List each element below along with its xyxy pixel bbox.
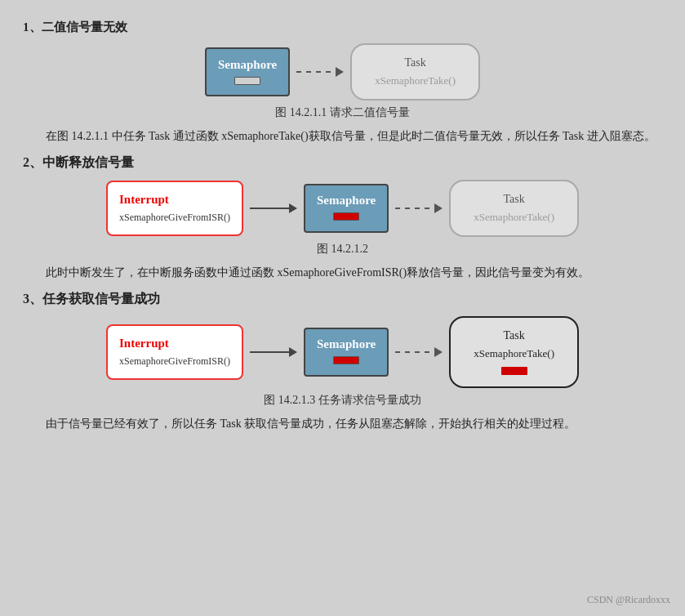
solid-line-3 — [250, 351, 289, 353]
desc-3: 由于信号量已经有效了，所以任务 Task 获取信号量成功，任务从阻塞态解除，开始… — [23, 414, 662, 434]
arrow-head-2 — [289, 203, 297, 213]
section-3: 3、任务获取信号量成功 Interrupt xSemaphoreGiveFrom… — [23, 291, 662, 434]
semaphore-label-2: Semaphore — [317, 194, 376, 208]
task-fn-3: xSemaphoreTake() — [474, 347, 554, 360]
fig-caption-3: 图 14.2.1.3 任务请求信号量成功 — [23, 393, 662, 408]
arrow-dashed-2 — [395, 203, 443, 213]
arrow-head-3 — [289, 347, 297, 357]
semaphore-box-2: Semaphore — [304, 184, 389, 233]
diagram-2: Interrupt xSemaphoreGiveFromISR() Semaph… — [23, 180, 662, 237]
diagram-3: Interrupt xSemaphoreGiveFromISR() Semaph… — [23, 316, 662, 388]
task-title-1: Task — [404, 56, 425, 69]
task-box-2: Task xSemaphoreTake() — [449, 180, 579, 237]
semaphore-indicator-1 — [234, 77, 260, 85]
watermark: CSDN @Ricardoxxx — [587, 594, 670, 606]
task-title-2: Task — [503, 193, 524, 206]
section-2-title: 2、中断释放信号量 — [23, 154, 662, 172]
interrupt-title-3: Interrupt — [119, 337, 169, 350]
arrow-head-1 — [336, 67, 344, 77]
arrow-dashed-3 — [395, 347, 443, 357]
interrupt-title-2: Interrupt — [119, 193, 169, 207]
semaphore-indicator-3 — [333, 356, 359, 364]
diagram-1: Semaphore Task xSemaphoreTake() — [23, 43, 662, 100]
task-box-1: Task xSemaphoreTake() — [350, 43, 480, 100]
section-1: 1、二值信号量无效 Semaphore Task xSemaphoreTake(… — [23, 20, 662, 146]
arrow-head-d3 — [434, 347, 443, 357]
semaphore-indicator-2 — [333, 212, 359, 221]
dashed-line-1 — [296, 71, 336, 73]
interrupt-box-2: Interrupt xSemaphoreGiveFromISR() — [106, 181, 243, 236]
dashed-line-2 — [395, 208, 434, 209]
semaphore-label-3: Semaphore — [317, 337, 376, 351]
arrow-head-d2 — [434, 203, 443, 213]
task-fn-2: xSemaphoreTake() — [474, 211, 554, 224]
interrupt-fn-3: xSemaphoreGiveFromISR() — [119, 355, 230, 368]
fig-caption-1: 图 14.2.1.1 请求二值信号量 — [23, 105, 662, 120]
task-box-3: Task xSemaphoreTake() — [449, 316, 579, 388]
task-indicator-3 — [501, 367, 527, 375]
section-3-title: 3、任务获取信号量成功 — [23, 291, 662, 308]
section-1-title: 1、二值信号量无效 — [23, 20, 662, 35]
semaphore-box-1: Semaphore — [205, 47, 290, 96]
solid-line-2 — [250, 208, 289, 209]
task-title-3: Task — [503, 329, 524, 342]
desc-1: 在图 14.2.1.1 中任务 Task 通过函数 xSemaphoreTake… — [23, 127, 662, 146]
interrupt-fn-2: xSemaphoreGiveFromISR() — [119, 212, 230, 224]
dashed-line-3 — [395, 351, 434, 353]
interrupt-box-3: Interrupt xSemaphoreGiveFromISR() — [106, 324, 243, 380]
semaphore-box-3: Semaphore — [304, 328, 389, 377]
arrow-dashed-1 — [296, 67, 344, 77]
arrow-solid-3 — [250, 347, 297, 357]
desc-2: 此时中断发生了，在中断服务函数中通过函数 xSemaphoreGiveFromI… — [23, 263, 662, 283]
arrow-solid-2 — [250, 203, 297, 213]
task-fn-1: xSemaphoreTake() — [375, 74, 456, 87]
section-2: 2、中断释放信号量 Interrupt xSemaphoreGiveFromIS… — [23, 154, 662, 283]
fig-caption-2: 图 14.2.1.2 — [23, 242, 662, 257]
semaphore-label-1: Semaphore — [218, 58, 277, 72]
